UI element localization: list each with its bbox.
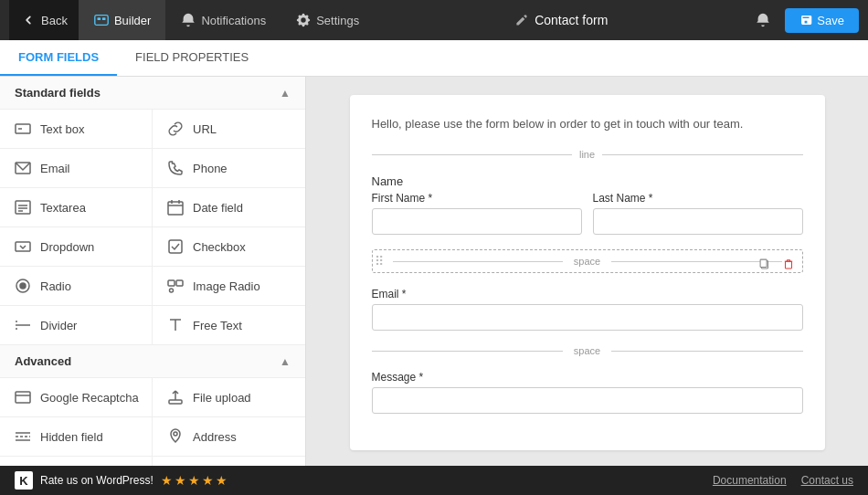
field-item-google-recaptcha[interactable]: Google Recaptcha [0,378,153,417]
email-label: Email * [372,288,803,300]
first-name-input[interactable] [372,208,582,235]
field-item-text-box[interactable]: Text box [0,110,153,149]
star-rating[interactable]: ★ ★ ★ ★ ★ [161,473,228,488]
bell-button[interactable] [748,5,778,35]
standard-fields-grid: Text box URL Email Phone [0,110,305,345]
checkbox-icon [165,237,185,257]
field-item-hidden-field[interactable]: Hidden field [0,417,153,457]
field-item-smart-text-output[interactable]: Smart Text Output [153,457,305,466]
main-content: Standard fields ▲ Text box URL Emai [0,77,868,466]
top-nav: Back Builder Notifications Settings Cont… [0,0,868,40]
standard-fields-chevron: ▲ [280,87,291,100]
rate-text: Rate us on WordPress! [40,474,153,487]
footer-right: Documentation Contact us [713,474,853,487]
field-item-textarea[interactable]: Textarea [0,188,153,227]
field-item-image-radio[interactable]: Image Radio [153,267,305,306]
save-button[interactable]: Save [785,8,859,33]
field-item-rating[interactable]: Rating [0,457,153,466]
field-item-radio[interactable]: Radio [0,267,153,306]
advanced-fields-label: Advanced [15,354,71,368]
last-name-input[interactable] [593,208,803,235]
save-icon [799,14,812,26]
date-icon [165,197,185,217]
back-button[interactable]: Back [9,0,79,40]
notifications-nav-item[interactable]: Notifications [165,0,281,40]
message-group: Message * [372,371,803,414]
svg-rect-6 [16,201,30,214]
right-line [602,154,802,155]
k-logo: K [15,471,33,490]
form-description: Hello, please use the form below in orde… [372,117,803,131]
field-label-date-field: Date field [193,201,243,215]
documentation-link[interactable]: Documentation [713,474,787,487]
field-label-file-upload: File upload [193,391,251,405]
footer: K Rate us on WordPress! ★ ★ ★ ★ ★ Docume… [0,466,868,495]
star-4: ★ [202,473,214,488]
standard-fields-header[interactable]: Standard fields ▲ [0,77,305,110]
space-left-line-2 [372,351,563,352]
footer-left: K Rate us on WordPress! ★ ★ ★ ★ ★ [15,471,228,490]
back-icon [20,12,37,28]
tab-form-fields[interactable]: FORM FIELDS [0,40,117,76]
contact-us-link[interactable]: Contact us [801,474,853,487]
row-action-icons [755,254,799,274]
textbox-icon [13,119,33,139]
tab-field-properties[interactable]: FIELD PROPERTIES [117,40,267,76]
svg-point-32 [174,432,177,436]
field-label-radio: Radio [40,279,71,293]
builder-icon [93,12,110,28]
star-2: ★ [175,473,186,488]
field-item-file-upload[interactable]: File upload [153,378,305,417]
name-label: Name [372,174,803,188]
svg-rect-1 [97,17,101,20]
field-label-email: Email [40,162,70,175]
email-input[interactable] [372,304,803,331]
advanced-fields-header[interactable]: Advanced ▲ [0,345,305,378]
field-item-url[interactable]: URL [153,110,305,149]
message-input[interactable] [372,387,803,414]
svg-rect-15 [169,240,182,253]
form-preview: Hello, please use the form below in orde… [306,77,868,466]
field-item-free-text[interactable]: Free Text [153,306,305,345]
advanced-fields-chevron: ▲ [280,355,291,368]
field-label-free-text: Free Text [193,319,242,332]
field-item-address[interactable]: Address [153,417,305,457]
field-label-google-recaptcha: Google Recaptcha [40,391,139,405]
field-item-email[interactable]: Email [0,149,153,188]
copy-row-button[interactable] [755,254,775,274]
settings-label: Settings [316,14,359,27]
url-icon [165,119,185,139]
copy-icon [758,258,771,270]
field-label-checkbox: Checkbox [193,240,246,254]
settings-nav-item[interactable]: Settings [281,0,374,40]
message-label: Message * [372,371,803,384]
svg-rect-18 [168,280,175,286]
svg-rect-2 [102,17,106,20]
field-label-textarea: Textarea [40,201,86,215]
image-radio-icon [165,276,185,296]
advanced-fields-grid: Google Recaptcha File upload Hidden fiel… [0,378,305,466]
form-card: Hello, please use the form below in orde… [350,95,825,450]
last-name-label: Last Name * [593,192,803,205]
drag-handle[interactable]: ⠿ [375,254,384,269]
field-label-text-box: Text box [40,122,84,136]
name-group: Name First Name * Last Name * [372,174,803,235]
svg-rect-28 [169,400,182,404]
standard-fields-label: Standard fields [15,86,101,100]
first-name-field-group: First Name * [372,192,582,235]
field-item-divider[interactable]: Divider [0,306,153,345]
svg-point-20 [170,289,174,292]
free-text-icon [165,315,185,335]
field-item-dropdown[interactable]: Dropdown [0,227,153,267]
settings-icon [295,12,312,28]
delete-row-button[interactable] [778,254,799,274]
field-item-date-field[interactable]: Date field [153,188,305,227]
field-item-checkbox[interactable]: Checkbox [153,227,305,267]
svg-point-17 [20,283,26,289]
space-divider-row-2: space [372,345,803,356]
email-icon [13,158,33,178]
field-label-dropdown: Dropdown [40,240,94,254]
svg-rect-26 [16,392,30,403]
field-item-phone[interactable]: Phone [153,149,305,188]
builder-nav-item[interactable]: Builder [79,0,165,40]
